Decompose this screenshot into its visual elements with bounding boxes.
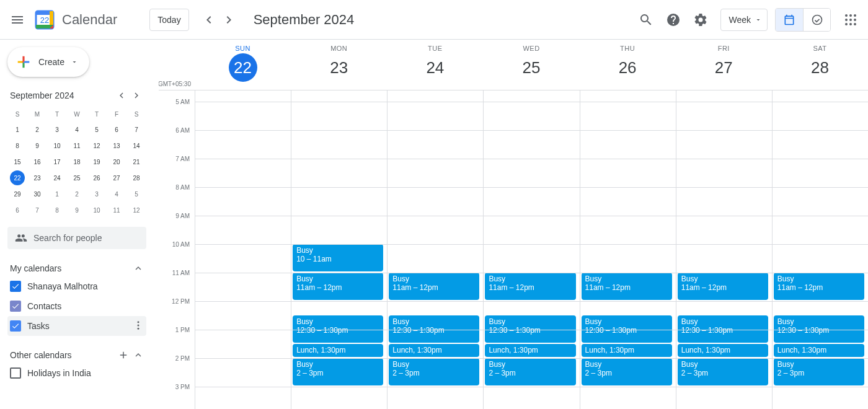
mini-day[interactable]: 1	[10, 122, 25, 137]
calendar-event[interactable]: Busy12:30 – 1:30pm	[485, 315, 575, 343]
mini-day[interactable]: 10	[50, 138, 64, 153]
day-column[interactable]	[195, 90, 291, 409]
search-people-input[interactable]: Search for people	[7, 227, 146, 249]
mini-day[interactable]: 7	[30, 203, 45, 218]
tasks-view-button[interactable]	[803, 9, 830, 31]
day-header[interactable]: WED25	[483, 40, 579, 90]
day-header[interactable]: THU26	[580, 40, 676, 90]
google-apps-button[interactable]	[838, 7, 863, 32]
mini-day[interactable]: 30	[30, 187, 45, 201]
search-button[interactable]	[634, 7, 658, 32]
calendar-event[interactable]: Busy12:30 – 1:30pm	[678, 315, 768, 343]
day-column[interactable]: Busy11am – 12pmBusy12:30 – 1:30pmLunch, …	[387, 90, 483, 409]
mini-day[interactable]: 13	[109, 138, 124, 153]
calendar-event[interactable]: Busy12:30 – 1:30pm	[389, 315, 479, 343]
day-header[interactable]: TUE24	[387, 40, 483, 90]
mini-day[interactable]: 14	[129, 138, 144, 153]
calendar-options-button[interactable]	[133, 320, 144, 333]
day-header[interactable]: MON23	[291, 40, 387, 90]
mini-day[interactable]: 10	[89, 203, 104, 218]
calendar-event[interactable]: Busy2 – 3pm	[678, 358, 768, 385]
mini-day[interactable]: 15	[10, 154, 25, 169]
mini-day[interactable]: 16	[30, 154, 45, 169]
support-button[interactable]	[661, 7, 686, 32]
mini-day[interactable]: 2	[69, 187, 84, 201]
mini-day[interactable]: 18	[69, 154, 84, 169]
calendar-checkbox[interactable]	[10, 281, 21, 292]
calendar-event[interactable]: Lunch, 1:30pm	[389, 344, 479, 357]
calendar-checkbox[interactable]	[10, 301, 21, 312]
mini-day[interactable]: 29	[10, 187, 25, 201]
mini-day[interactable]: 22	[10, 170, 25, 185]
mini-day[interactable]: 24	[50, 170, 64, 185]
mini-day[interactable]: 17	[50, 154, 64, 169]
mini-day[interactable]: 5	[89, 122, 104, 137]
mini-day[interactable]: 19	[89, 154, 104, 169]
mini-next-button[interactable]	[129, 88, 144, 103]
day-column[interactable]: Busy11am – 12pmBusy12:30 – 1:30pmLunch, …	[580, 90, 676, 409]
calendar-event[interactable]: Busy2 – 3pm	[485, 358, 575, 385]
mini-prev-button[interactable]	[114, 88, 129, 103]
plus-icon[interactable]	[118, 350, 129, 361]
mini-day[interactable]: 8	[50, 203, 64, 218]
day-header[interactable]: SAT28	[772, 40, 868, 90]
calendar-event[interactable]: Busy11am – 12pm	[774, 273, 864, 300]
day-column[interactable]: Busy11am – 12pmBusy12:30 – 1:30pmLunch, …	[676, 90, 772, 409]
calendar-event[interactable]: Busy10 – 11am	[293, 244, 383, 271]
mini-day[interactable]: 27	[109, 170, 124, 185]
calendar-view-button[interactable]	[776, 9, 803, 31]
mini-day[interactable]: 25	[69, 170, 84, 185]
settings-button[interactable]	[688, 7, 713, 32]
mini-day[interactable]: 11	[109, 203, 124, 218]
mini-day[interactable]: 4	[109, 187, 124, 201]
calendar-event[interactable]: Busy11am – 12pm	[389, 273, 479, 300]
day-column[interactable]: Busy11am – 12pmBusy12:30 – 1:30pmLunch, …	[483, 90, 579, 409]
create-button[interactable]: Create	[7, 47, 89, 77]
calendar-event[interactable]: Busy11am – 12pm	[582, 273, 672, 300]
mini-day[interactable]: 26	[89, 170, 104, 185]
calendar-event[interactable]: Busy2 – 3pm	[582, 358, 672, 385]
mini-day[interactable]: 12	[129, 203, 144, 218]
calendar-event[interactable]: Busy2 – 3pm	[293, 358, 383, 385]
calendar-event[interactable]: Busy12:30 – 1:30pm	[582, 315, 672, 343]
calendar-item[interactable]: Contacts	[7, 296, 146, 316]
prev-period-button[interactable]	[199, 10, 219, 30]
day-header[interactable]: SUN22	[195, 40, 291, 90]
mini-day[interactable]: 1	[50, 187, 64, 201]
calendar-checkbox[interactable]	[10, 367, 21, 379]
day-column[interactable]: Busy10 – 11amBusy11am – 12pmBusy12:30 – …	[291, 90, 387, 409]
calendar-event[interactable]: Lunch, 1:30pm	[485, 344, 575, 357]
today-button[interactable]: Today	[149, 9, 188, 31]
calendar-event[interactable]: Busy11am – 12pm	[485, 273, 575, 300]
calendar-event[interactable]: Busy12:30 – 1:30pm	[293, 315, 383, 343]
calendar-event[interactable]: Lunch, 1:30pm	[678, 344, 768, 357]
mini-day[interactable]: 8	[10, 138, 25, 153]
calendar-item[interactable]: Shanaya Malhotra	[7, 276, 146, 296]
mini-day[interactable]: 5	[129, 187, 144, 201]
calendar-item[interactable]: Tasks	[7, 316, 146, 336]
calendar-event[interactable]: Lunch, 1:30pm	[582, 344, 672, 357]
mini-day[interactable]: 6	[109, 122, 124, 137]
other-calendars-toggle[interactable]: Other calendars	[7, 347, 146, 363]
calendar-event[interactable]: Busy12:30 – 1:30pm	[774, 315, 864, 343]
day-column[interactable]: Busy11am – 12pmBusy12:30 – 1:30pmLunch, …	[772, 90, 868, 409]
next-period-button[interactable]	[219, 10, 239, 30]
mini-day[interactable]: 12	[89, 138, 104, 153]
main-menu-button[interactable]	[5, 7, 30, 32]
my-calendars-toggle[interactable]: My calendars	[7, 260, 146, 276]
mini-day[interactable]: 3	[89, 187, 104, 201]
calendar-event[interactable]: Busy2 – 3pm	[389, 358, 479, 385]
mini-day[interactable]: 4	[69, 122, 84, 137]
calendar-event[interactable]: Lunch, 1:30pm	[774, 344, 864, 357]
mini-day[interactable]: 3	[50, 122, 64, 137]
mini-day[interactable]: 7	[129, 122, 144, 137]
mini-day[interactable]: 9	[69, 203, 84, 218]
mini-day[interactable]: 20	[109, 154, 124, 169]
mini-day[interactable]: 28	[129, 170, 144, 185]
mini-day[interactable]: 2	[30, 122, 45, 137]
calendar-item[interactable]: Holidays in India	[7, 363, 146, 383]
calendar-event[interactable]: Busy11am – 12pm	[293, 273, 383, 300]
calendar-event[interactable]: Lunch, 1:30pm	[293, 344, 383, 357]
calendar-event[interactable]: Busy11am – 12pm	[678, 273, 768, 300]
mini-day[interactable]: 9	[30, 138, 45, 153]
